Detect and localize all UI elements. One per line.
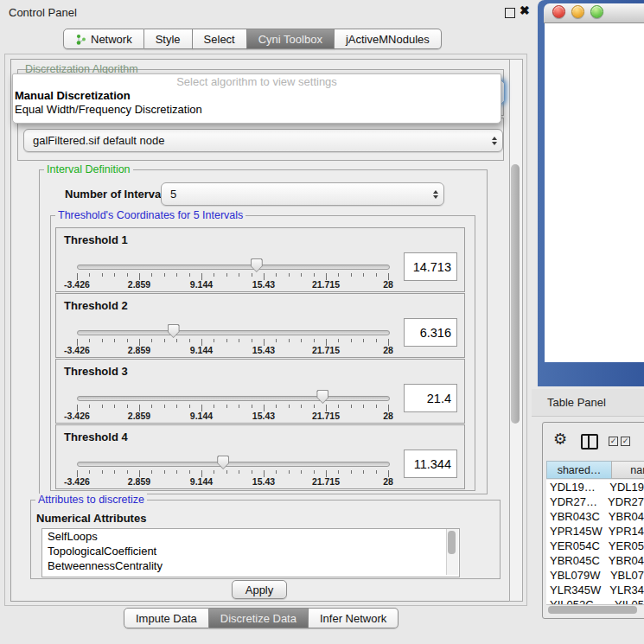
tab-network[interactable]: Network bbox=[63, 29, 144, 49]
slider-tick bbox=[127, 470, 128, 474]
tab-label: Impute Data bbox=[136, 612, 197, 625]
slider-tick bbox=[102, 405, 103, 408]
slider-tick bbox=[351, 470, 352, 474]
tab-infer-network[interactable]: Infer Network bbox=[309, 608, 399, 628]
slider-tick bbox=[351, 273, 352, 277]
slider-scale-label: 15.43 bbox=[252, 279, 275, 290]
network-graph: GAL80GACGAL11GAL4GCY1HHAP2 bbox=[532, 0, 644, 393]
slider-tick bbox=[189, 470, 190, 474]
table-row[interactable]: YDL19…YDL19 bbox=[546, 480, 644, 494]
table-row[interactable]: YLR345WYLR34 bbox=[546, 583, 644, 597]
threshold-slider-track[interactable] bbox=[77, 265, 390, 270]
slider-tick bbox=[239, 405, 239, 408]
node-table-rows: YDL19…YDL19YDR27…YDR27YBR043CYBR04YPR145… bbox=[546, 480, 644, 604]
slider-tick bbox=[363, 339, 364, 342]
table-row[interactable]: YBL079WYBL07 bbox=[546, 568, 644, 583]
table-row[interactable]: YBR043CYBR04 bbox=[546, 509, 644, 524]
threshold-value-field[interactable]: 21.4 bbox=[404, 384, 457, 412]
attribute-list-item[interactable]: TopologicalCoefficient bbox=[42, 544, 459, 558]
cell-name: YDL19 bbox=[606, 480, 644, 494]
select-checkbox-icon[interactable]: ✓ bbox=[609, 437, 618, 446]
tab-label: Network bbox=[91, 33, 132, 46]
slider-scale-label: 2.859 bbox=[128, 411, 150, 421]
algorithm-option-equal-width[interactable]: Equal Width/Frequency Discretization bbox=[13, 103, 501, 117]
algorithm-option-manual[interactable]: Manual Discretization bbox=[13, 89, 501, 103]
slider-tick bbox=[338, 405, 339, 408]
slider-tick bbox=[289, 273, 290, 277]
table-row[interactable]: YPR145WYPR14 bbox=[546, 524, 644, 539]
slider-tick bbox=[89, 470, 90, 474]
table-hscrollbar-thumb[interactable] bbox=[548, 606, 637, 614]
cell-name: YLR34 bbox=[606, 583, 644, 597]
gear-icon[interactable]: ⚙ bbox=[553, 431, 567, 447]
threshold-value-field[interactable]: 11.344 bbox=[404, 450, 457, 478]
column-header-shared-name[interactable]: shared… bbox=[546, 461, 612, 479]
threshold-slider-thumb[interactable] bbox=[251, 258, 263, 272]
cell-name: YBR04 bbox=[605, 509, 644, 524]
interval-definition-group-title: Interval Definition bbox=[44, 163, 133, 175]
slider-tick bbox=[89, 273, 90, 277]
column-selector-icon[interactable] bbox=[581, 434, 598, 450]
attribute-list-item[interactable]: BetweennessCentrality bbox=[42, 558, 459, 573]
table-row[interactable]: YIL052CYIL05 bbox=[546, 597, 644, 604]
slider-tick bbox=[289, 339, 290, 342]
slider-scale-label: 21.715 bbox=[312, 345, 340, 355]
slider-tick bbox=[189, 273, 190, 277]
slider-scale-label: 9.144 bbox=[190, 411, 213, 421]
number-of-intervals-label: Number of Intervals bbox=[65, 188, 170, 201]
cell-shared-name: YBR045C bbox=[546, 553, 605, 568]
numerical-attributes-list[interactable]: SelfLoopsTopologicalCoefficientBetweenne… bbox=[41, 528, 460, 577]
slider-tick bbox=[214, 470, 214, 474]
table-data-combobox[interactable]: galFiltered.sif default node bbox=[23, 129, 503, 152]
tab-label: Infer Network bbox=[320, 612, 386, 625]
threshold-value-field[interactable]: 14.713 bbox=[404, 252, 457, 281]
select-all-checkbox-icon[interactable]: ✓ bbox=[621, 437, 630, 446]
slider-tick bbox=[114, 470, 115, 474]
tab-label: Cyni Toolbox bbox=[258, 33, 322, 46]
threshold-slider-track[interactable] bbox=[77, 462, 390, 467]
slider-scale-label: 21.715 bbox=[312, 476, 340, 487]
float-window-icon[interactable] bbox=[505, 8, 515, 18]
tab-label: Discretize Data bbox=[220, 612, 296, 625]
attributes-scrollbar-thumb[interactable] bbox=[448, 531, 456, 554]
slider-tick bbox=[363, 273, 364, 277]
cell-shared-name: YBL079W bbox=[546, 568, 607, 583]
slider-tick bbox=[176, 470, 177, 474]
table-row[interactable]: YER054CYER05 bbox=[546, 539, 644, 553]
slider-tick bbox=[214, 405, 214, 408]
threshold-panel-1: Threshold 1-3.4262.8599.14415.4321.71528… bbox=[55, 227, 465, 292]
threshold-slider-track[interactable] bbox=[77, 330, 390, 335]
slider-tick bbox=[102, 470, 103, 474]
number-of-intervals-combobox[interactable]: 5 bbox=[161, 182, 444, 206]
tab-style[interactable]: Style bbox=[144, 29, 193, 49]
slider-tick bbox=[252, 273, 252, 277]
tab-jactivemnodules[interactable]: jActiveMNodules bbox=[335, 29, 442, 49]
table-row[interactable]: YBR045CYBR04 bbox=[546, 553, 644, 568]
slider-tick bbox=[214, 339, 214, 342]
slider-scale-label: 2.859 bbox=[128, 279, 150, 290]
slider-tick bbox=[214, 273, 214, 277]
numerical-attributes-label: Numerical Attributes bbox=[36, 512, 146, 525]
cell-name: YDR27 bbox=[604, 494, 644, 509]
close-icon[interactable]: ✖ bbox=[520, 3, 530, 17]
threshold-value-field[interactable]: 6.316 bbox=[404, 318, 457, 347]
tab-discretize-data[interactable]: Discretize Data bbox=[209, 608, 309, 628]
slider-tick bbox=[289, 470, 290, 474]
slider-tick bbox=[189, 405, 190, 408]
main-scrollbar-thumb[interactable] bbox=[511, 164, 520, 424]
attribute-list-item[interactable]: SelfLoops bbox=[42, 529, 459, 544]
threshold-slider-thumb[interactable] bbox=[217, 456, 229, 469]
cell-shared-name: YER054C bbox=[546, 539, 605, 553]
table-row[interactable]: YDR27…YDR27 bbox=[546, 494, 644, 509]
tab-cyni-toolbox[interactable]: Cyni Toolbox bbox=[247, 29, 335, 49]
tab-select[interactable]: Select bbox=[193, 29, 247, 49]
slider-tick bbox=[252, 470, 252, 474]
column-header-name[interactable]: name bbox=[611, 461, 644, 479]
slider-tick bbox=[338, 470, 339, 474]
apply-button[interactable]: Apply bbox=[232, 580, 287, 599]
threshold-slider-thumb[interactable] bbox=[168, 324, 180, 338]
threshold-slider-track[interactable] bbox=[77, 396, 390, 401]
threshold-slider-thumb[interactable] bbox=[316, 390, 328, 404]
attributes-group-title: Attributes to discretize bbox=[35, 494, 147, 506]
tab-impute-data[interactable]: Impute Data bbox=[124, 608, 209, 628]
